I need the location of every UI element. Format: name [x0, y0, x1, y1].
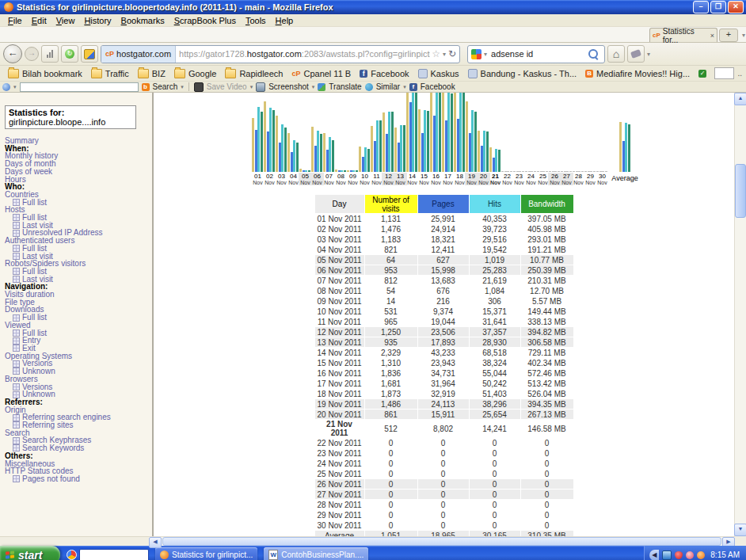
search-bar[interactable]: ▾ adsense id	[467, 45, 605, 63]
reload-icon[interactable]: ↻	[447, 48, 459, 59]
screenshot-chevron-icon[interactable]: ▾	[312, 84, 315, 90]
similar-chevron-icon[interactable]: ▾	[403, 84, 406, 90]
addon-menu-icon[interactable]	[2, 83, 10, 91]
app-tray-icon[interactable]	[686, 551, 694, 559]
search-magnifier-icon[interactable]	[588, 49, 598, 59]
scroll-left-icon[interactable]: ◀	[149, 537, 162, 548]
addon-search-button[interactable]: Search	[153, 82, 178, 91]
chart-bar	[344, 170, 346, 172]
sidebar-link[interactable]: Days of week	[5, 168, 152, 176]
bookmark-item[interactable]: Kaskus	[414, 68, 463, 79]
search-input[interactable]: adsense id	[488, 49, 588, 59]
back-button[interactable]: ←	[3, 44, 22, 63]
sidebar-link[interactable]: Full list	[5, 199, 152, 207]
minimize-button[interactable]: –	[693, 1, 709, 13]
menu-item[interactable]: ScrapBook Plus	[169, 16, 241, 25]
bookmark-item[interactable]: BMediafire Movies!! Hig...	[581, 68, 694, 79]
translate-button[interactable]: Translate	[329, 82, 361, 91]
start-button[interactable]: start	[0, 546, 60, 560]
home-button[interactable]: ⌂	[607, 45, 625, 63]
addon-search-chevron-icon[interactable]: ▾	[181, 84, 184, 90]
table-cell-pages: 0	[418, 500, 469, 509]
save-video-button[interactable]: Save Video	[207, 82, 247, 91]
bookmark-item[interactable]: Bilah bookmark	[4, 68, 86, 79]
toolbar-overflow-chevron-icon[interactable]: ▾	[647, 51, 650, 58]
bookmark-item[interactable]: fFacebook	[356, 68, 413, 79]
list-grid-icon	[13, 345, 20, 352]
table-cell-day: 11 Nov 2011	[315, 317, 364, 326]
taskbar-button-firefox[interactable]: Statistics for girlinpict...	[155, 547, 257, 560]
sidebar-link[interactable]: Hours	[5, 176, 152, 184]
menu-item[interactable]: View	[51, 16, 80, 25]
facebook-addon-button[interactable]: Facebook	[421, 82, 455, 91]
bookmark-star-icon[interactable]: ☆	[430, 48, 442, 59]
vertical-scrollbar[interactable]: ▲ ▼	[734, 93, 746, 536]
restore-button[interactable]: ❐	[710, 1, 726, 13]
similar-button[interactable]: Similar	[376, 82, 401, 91]
chart-bar-group	[561, 93, 572, 172]
bookmarks-inline-input[interactable]	[714, 67, 734, 79]
scrapbook-button[interactable]	[81, 45, 98, 63]
tab-statistics[interactable]: cP Statistics for... ×	[649, 28, 717, 42]
desktop-search-bar[interactable]	[67, 549, 149, 560]
horizontal-scrollbar[interactable]: ◀ ▶	[149, 536, 735, 546]
avast-tray-icon[interactable]	[697, 551, 705, 559]
addon-search-input[interactable]	[20, 82, 139, 92]
sidebar-link[interactable]: Pages not found	[5, 475, 152, 483]
bookmark-item[interactable]: Bandung - Kaskus - Th...	[464, 68, 580, 79]
bookmark-item[interactable]: cPCpanel 11 B	[287, 68, 355, 79]
bookmark-item[interactable]: BIZ	[134, 68, 169, 79]
menu-item[interactable]: Bookmarks	[116, 16, 169, 25]
bookmark-item[interactable]: ✓	[695, 69, 710, 78]
antivirus-shield-tray-icon[interactable]	[675, 551, 683, 559]
chart-bar-group	[276, 93, 287, 172]
bookmark-label: Traffic	[105, 69, 129, 78]
desktop-search-icon[interactable]	[67, 550, 77, 560]
chart-bar-group	[359, 93, 370, 172]
new-tab-button[interactable]: +	[719, 29, 738, 42]
bookmark-item[interactable]: Traffic	[87, 68, 133, 79]
horizontal-scroll-thumb[interactable]	[162, 537, 721, 546]
screenshot-button[interactable]: Screenshot	[268, 82, 309, 91]
tab-list-chevron-icon[interactable]: ▾	[742, 32, 745, 39]
chart-bar-group	[442, 93, 453, 172]
close-button[interactable]: ✕	[728, 1, 744, 13]
page-style-button[interactable]	[627, 45, 645, 63]
addon-menu-chevron-icon[interactable]: ▾	[13, 84, 17, 90]
bookmark-item[interactable]: Google	[170, 68, 220, 79]
desktop-search-input[interactable]	[79, 549, 149, 560]
taskbar-button-word[interactable]: W ContohBusinessPlan....	[264, 547, 368, 560]
table-cell-day: 27 Nov 2011	[315, 490, 364, 499]
menu-item[interactable]: File	[3, 16, 27, 25]
menu-item[interactable]: Help	[271, 16, 299, 25]
chart-bar	[522, 171, 524, 172]
table-row: 02 Nov 20111,47624,91439,723405.98 MB	[315, 224, 573, 234]
save-video-chevron-icon[interactable]: ▾	[250, 84, 253, 90]
bookmark-item[interactable]: Rapidleech	[221, 68, 287, 79]
tab-close-icon[interactable]: ×	[710, 32, 714, 40]
network-tray-icon[interactable]	[662, 550, 672, 560]
table-row: 14 Nov 20112,32943,23368,518729.11 MB	[315, 348, 573, 357]
site-identity-chip[interactable]: cP hostgator.com	[101, 46, 176, 63]
table-cell-bandwidth: 0	[521, 459, 573, 468]
scroll-up-icon[interactable]: ▲	[734, 93, 746, 105]
chart-bar-group	[383, 93, 394, 172]
chart-bar	[379, 120, 382, 172]
url-text[interactable]: https://gator1728.hostgator.com:2083/aws…	[176, 49, 430, 59]
table-cell-hits: 15,371	[470, 307, 520, 316]
scroll-down-icon[interactable]: ▼	[734, 524, 746, 536]
menu-item[interactable]: Tools	[241, 16, 271, 25]
refresh-addon-button[interactable]: ↻	[61, 45, 78, 63]
google-search-engine-icon[interactable]	[471, 49, 481, 59]
forward-button[interactable]: →	[25, 47, 39, 61]
table-cell-pages: 627	[418, 255, 469, 265]
tray-collapse-chevron-icon[interactable]: ◀	[649, 550, 659, 560]
vertical-scroll-thumb[interactable]	[735, 164, 746, 218]
chart-bar	[367, 149, 370, 172]
table-cell-visits: 1,681	[365, 379, 417, 388]
url-bar[interactable]: cP hostgator.com https://gator1728.hostg…	[101, 45, 460, 63]
bookmarks-overflow-dots[interactable]: ..	[737, 69, 742, 78]
stats-toolbar-button[interactable]	[41, 45, 59, 63]
menu-item[interactable]: Edit	[27, 16, 51, 25]
menu-item[interactable]: History	[79, 16, 116, 25]
